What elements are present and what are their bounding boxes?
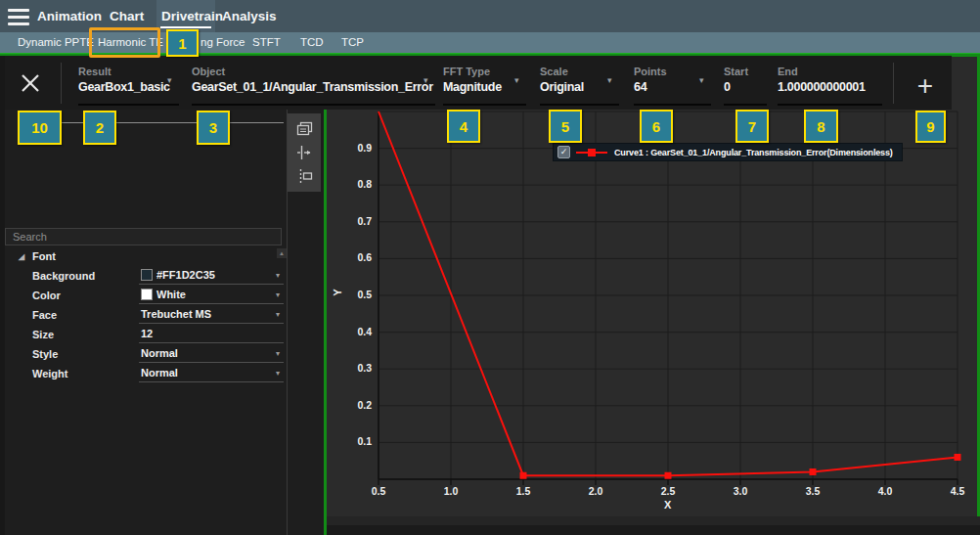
field-value[interactable]: GearBox1_basic xyxy=(78,78,179,97)
split-axis-icon[interactable] xyxy=(296,145,313,160)
field-points[interactable]: Points64 xyxy=(634,66,711,106)
x-tick-label: 2.5 xyxy=(648,485,688,497)
annotation-badge-10: 10 xyxy=(18,111,62,145)
legend-position-icon[interactable] xyxy=(296,168,313,184)
field-result[interactable]: ResultGearBox1_basic xyxy=(78,66,179,106)
annotation-badge-6: 6 xyxy=(640,110,673,143)
y-tick-label: 0.3 xyxy=(334,362,372,374)
field-value[interactable]: GearSet_01_1/Angular_Transmission_Error xyxy=(192,78,435,97)
menu-item-analysis[interactable]: Analysis xyxy=(222,0,277,32)
x-tick-label: 2.0 xyxy=(576,485,615,497)
property-value-field[interactable]: 12 xyxy=(139,325,284,343)
property-group-font[interactable]: ◢ Font xyxy=(5,247,282,266)
chevron-down-icon[interactable]: ▾ xyxy=(514,75,519,85)
chart-tools-strip xyxy=(288,113,321,192)
app-window: 0.90.80.70.60.50.40.30.20.1 0.51.01.52.0… xyxy=(0,0,980,535)
property-group-label: Font xyxy=(32,247,56,266)
chevron-down-icon[interactable]: ▾ xyxy=(167,75,172,85)
chart-footer-band-dark xyxy=(327,525,980,535)
property-value[interactable]: #FF1D2C35 xyxy=(156,266,215,284)
field-label: End xyxy=(778,66,882,78)
y-tick-label: 0.9 xyxy=(334,142,372,154)
legend-series-label: Curve1 : GearSet_01_1/Angular_Transmissi… xyxy=(614,148,893,157)
chevron-down-icon[interactable]: ▾ xyxy=(423,75,428,85)
group-expand-icon[interactable]: ◢ xyxy=(19,247,24,266)
add-curve-button[interactable]: + xyxy=(910,72,941,102)
data-point-marker xyxy=(810,468,817,475)
field-start[interactable]: Start0 xyxy=(724,66,767,106)
field-label: Start xyxy=(724,66,767,78)
x-tick-label: 3.5 xyxy=(793,485,832,497)
property-value[interactable]: Normal xyxy=(141,344,178,362)
legend-series-marker-icon xyxy=(576,149,607,156)
field-value[interactable]: 0 xyxy=(724,78,767,97)
chevron-down-icon[interactable]: ▾ xyxy=(607,75,612,85)
property-row-face: FaceTrebuchet MS▾ xyxy=(5,305,282,325)
chevron-down-icon[interactable]: ▾ xyxy=(276,349,280,358)
x-tick-label: 1.0 xyxy=(431,485,470,497)
annotation-badge-1: 1 xyxy=(166,29,199,57)
chevron-down-icon[interactable]: ▾ xyxy=(276,369,280,378)
y-tick-label: 0.7 xyxy=(334,215,372,227)
field-scale[interactable]: ScaleOriginal xyxy=(540,66,619,106)
tab-stft[interactable]: STFT xyxy=(252,32,281,53)
property-row-size: Size12 xyxy=(5,325,282,344)
toolbar-separator xyxy=(893,63,894,104)
data-point-marker xyxy=(520,472,527,479)
property-value[interactable]: White xyxy=(156,286,186,303)
chart-footer-band xyxy=(327,516,980,525)
property-value[interactable]: Normal xyxy=(141,364,178,381)
property-row-style: StyleNormal▾ xyxy=(5,344,282,364)
hamburger-menu-icon[interactable] xyxy=(8,9,29,29)
legend-checkbox[interactable]: ✓ xyxy=(557,146,570,158)
tab-tcd[interactable]: TCD xyxy=(300,32,324,53)
chevron-down-icon[interactable]: ▾ xyxy=(276,310,280,319)
tab-ng-force[interactable]: ng Force xyxy=(200,32,245,53)
x-tick-label: 1.5 xyxy=(504,485,543,497)
color-swatch xyxy=(141,269,153,281)
menu-item-drivetrain[interactable]: Drivetrain xyxy=(161,0,223,32)
property-value-field[interactable]: Normal▾ xyxy=(139,344,284,363)
x-tick-label: 4.5 xyxy=(938,485,977,497)
annotation-badge-7: 7 xyxy=(735,110,769,143)
scroll-up-button[interactable]: ▲ xyxy=(277,248,287,258)
field-label: Result xyxy=(78,66,179,78)
annotation-badge-5: 5 xyxy=(549,110,582,143)
y-tick-label: 0.6 xyxy=(334,251,372,263)
property-value-field[interactable]: White▾ xyxy=(139,286,284,304)
field-end[interactable]: End1.000000000001 xyxy=(778,66,882,106)
data-point-marker xyxy=(665,472,672,479)
property-value-field[interactable]: Normal▾ xyxy=(139,364,284,382)
search-input[interactable]: Search xyxy=(5,228,282,245)
copy-chart-icon[interactable] xyxy=(296,121,313,137)
chevron-down-icon[interactable]: ▾ xyxy=(699,75,704,85)
chevron-down-icon[interactable]: ▾ xyxy=(276,271,280,280)
property-value[interactable]: 12 xyxy=(141,325,153,342)
tab-tcp[interactable]: TCP xyxy=(341,32,364,53)
close-icon[interactable] xyxy=(20,72,41,94)
x-tick-label: 4.0 xyxy=(866,485,905,497)
annotation-badge-8: 8 xyxy=(804,110,838,143)
annotation-badge-2: 2 xyxy=(83,111,116,145)
property-row-weight: WeightNormal▾ xyxy=(5,364,282,383)
property-value-field[interactable]: #FF1D2C35▾ xyxy=(139,266,284,285)
field-value[interactable]: 1.000000000001 xyxy=(778,78,882,97)
property-name: Style xyxy=(32,344,58,364)
property-name: Size xyxy=(32,325,54,344)
property-value-field[interactable]: Trebuchet MS▾ xyxy=(139,305,284,324)
property-value[interactable]: Trebuchet MS xyxy=(141,305,211,323)
chart-settings-toolbar: ResultGearBox1_basic▾ObjectGearSet_01_1/… xyxy=(5,56,952,110)
property-row-color: ColorWhite▾ xyxy=(5,286,282,305)
y-tick-label: 0.4 xyxy=(334,326,372,337)
toolbar-separator xyxy=(61,63,62,104)
chevron-down-icon[interactable]: ▾ xyxy=(276,290,280,299)
annotation-badge-4: 4 xyxy=(447,110,480,143)
tab-dynamic-ppte[interactable]: Dynamic PPTE xyxy=(18,32,94,53)
annotation-badge-9: 9 xyxy=(915,111,946,143)
field-label: Object xyxy=(192,66,435,78)
x-tick-label: 0.5 xyxy=(359,485,398,497)
x-tick-label: 3.0 xyxy=(721,485,760,497)
field-fft-type[interactable]: FFT TypeMagnitude xyxy=(443,66,526,106)
property-name: Face xyxy=(32,305,57,325)
field-object[interactable]: ObjectGearSet_01_1/Angular_Transmission_… xyxy=(192,66,435,106)
